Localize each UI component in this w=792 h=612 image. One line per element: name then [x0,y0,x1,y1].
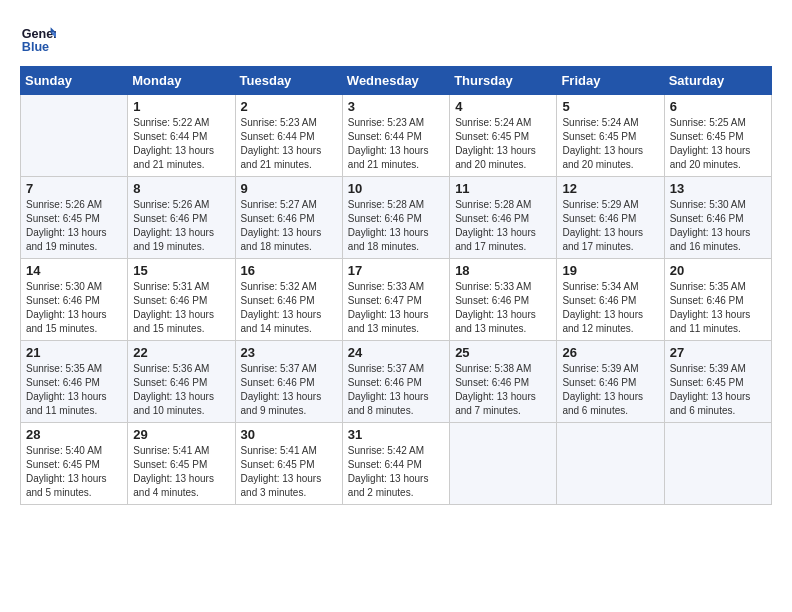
day-number: 25 [455,345,551,360]
day-info: Sunrise: 5:30 AM Sunset: 6:46 PM Dayligh… [670,198,766,254]
day-number: 4 [455,99,551,114]
day-number: 23 [241,345,337,360]
day-info: Sunrise: 5:33 AM Sunset: 6:47 PM Dayligh… [348,280,444,336]
day-number: 13 [670,181,766,196]
day-cell: 1Sunrise: 5:22 AM Sunset: 6:44 PM Daylig… [128,95,235,177]
day-cell: 8Sunrise: 5:26 AM Sunset: 6:46 PM Daylig… [128,177,235,259]
day-number: 29 [133,427,229,442]
day-info: Sunrise: 5:29 AM Sunset: 6:46 PM Dayligh… [562,198,658,254]
week-row-3: 14Sunrise: 5:30 AM Sunset: 6:46 PM Dayli… [21,259,772,341]
day-info: Sunrise: 5:37 AM Sunset: 6:46 PM Dayligh… [241,362,337,418]
day-cell: 14Sunrise: 5:30 AM Sunset: 6:46 PM Dayli… [21,259,128,341]
day-number: 30 [241,427,337,442]
day-info: Sunrise: 5:31 AM Sunset: 6:46 PM Dayligh… [133,280,229,336]
logo: General Blue [20,20,60,56]
day-number: 27 [670,345,766,360]
col-saturday: Saturday [664,67,771,95]
col-thursday: Thursday [450,67,557,95]
day-cell [450,423,557,505]
day-cell: 5Sunrise: 5:24 AM Sunset: 6:45 PM Daylig… [557,95,664,177]
day-cell: 9Sunrise: 5:27 AM Sunset: 6:46 PM Daylig… [235,177,342,259]
col-sunday: Sunday [21,67,128,95]
day-info: Sunrise: 5:22 AM Sunset: 6:44 PM Dayligh… [133,116,229,172]
week-row-2: 7Sunrise: 5:26 AM Sunset: 6:45 PM Daylig… [21,177,772,259]
day-info: Sunrise: 5:24 AM Sunset: 6:45 PM Dayligh… [562,116,658,172]
day-number: 5 [562,99,658,114]
day-number: 12 [562,181,658,196]
day-cell: 20Sunrise: 5:35 AM Sunset: 6:46 PM Dayli… [664,259,771,341]
day-number: 22 [133,345,229,360]
day-info: Sunrise: 5:26 AM Sunset: 6:46 PM Dayligh… [133,198,229,254]
day-info: Sunrise: 5:41 AM Sunset: 6:45 PM Dayligh… [241,444,337,500]
day-number: 20 [670,263,766,278]
day-number: 15 [133,263,229,278]
day-cell: 31Sunrise: 5:42 AM Sunset: 6:44 PM Dayli… [342,423,449,505]
week-row-4: 21Sunrise: 5:35 AM Sunset: 6:46 PM Dayli… [21,341,772,423]
day-number: 26 [562,345,658,360]
day-cell: 2Sunrise: 5:23 AM Sunset: 6:44 PM Daylig… [235,95,342,177]
day-number: 9 [241,181,337,196]
day-info: Sunrise: 5:24 AM Sunset: 6:45 PM Dayligh… [455,116,551,172]
calendar-header: SundayMondayTuesdayWednesdayThursdayFrid… [21,67,772,95]
day-cell: 7Sunrise: 5:26 AM Sunset: 6:45 PM Daylig… [21,177,128,259]
day-number: 31 [348,427,444,442]
day-number: 18 [455,263,551,278]
day-info: Sunrise: 5:37 AM Sunset: 6:46 PM Dayligh… [348,362,444,418]
day-info: Sunrise: 5:36 AM Sunset: 6:46 PM Dayligh… [133,362,229,418]
day-cell: 29Sunrise: 5:41 AM Sunset: 6:45 PM Dayli… [128,423,235,505]
day-cell: 28Sunrise: 5:40 AM Sunset: 6:45 PM Dayli… [21,423,128,505]
day-info: Sunrise: 5:39 AM Sunset: 6:46 PM Dayligh… [562,362,658,418]
day-cell: 23Sunrise: 5:37 AM Sunset: 6:46 PM Dayli… [235,341,342,423]
day-cell: 19Sunrise: 5:34 AM Sunset: 6:46 PM Dayli… [557,259,664,341]
day-cell: 6Sunrise: 5:25 AM Sunset: 6:45 PM Daylig… [664,95,771,177]
col-wednesday: Wednesday [342,67,449,95]
day-cell: 12Sunrise: 5:29 AM Sunset: 6:46 PM Dayli… [557,177,664,259]
day-info: Sunrise: 5:27 AM Sunset: 6:46 PM Dayligh… [241,198,337,254]
day-cell: 11Sunrise: 5:28 AM Sunset: 6:46 PM Dayli… [450,177,557,259]
day-cell [557,423,664,505]
day-number: 21 [26,345,122,360]
day-cell: 15Sunrise: 5:31 AM Sunset: 6:46 PM Dayli… [128,259,235,341]
day-number: 19 [562,263,658,278]
day-info: Sunrise: 5:28 AM Sunset: 6:46 PM Dayligh… [455,198,551,254]
day-cell [664,423,771,505]
header-row: SundayMondayTuesdayWednesdayThursdayFrid… [21,67,772,95]
day-info: Sunrise: 5:40 AM Sunset: 6:45 PM Dayligh… [26,444,122,500]
day-info: Sunrise: 5:30 AM Sunset: 6:46 PM Dayligh… [26,280,122,336]
day-cell: 10Sunrise: 5:28 AM Sunset: 6:46 PM Dayli… [342,177,449,259]
day-info: Sunrise: 5:23 AM Sunset: 6:44 PM Dayligh… [348,116,444,172]
week-row-5: 28Sunrise: 5:40 AM Sunset: 6:45 PM Dayli… [21,423,772,505]
day-info: Sunrise: 5:33 AM Sunset: 6:46 PM Dayligh… [455,280,551,336]
day-number: 14 [26,263,122,278]
day-number: 6 [670,99,766,114]
day-info: Sunrise: 5:35 AM Sunset: 6:46 PM Dayligh… [26,362,122,418]
day-number: 1 [133,99,229,114]
calendar-table: SundayMondayTuesdayWednesdayThursdayFrid… [20,66,772,505]
day-cell: 25Sunrise: 5:38 AM Sunset: 6:46 PM Dayli… [450,341,557,423]
day-number: 3 [348,99,444,114]
day-info: Sunrise: 5:28 AM Sunset: 6:46 PM Dayligh… [348,198,444,254]
day-info: Sunrise: 5:39 AM Sunset: 6:45 PM Dayligh… [670,362,766,418]
page-header: General Blue [20,20,772,56]
day-number: 2 [241,99,337,114]
svg-text:Blue: Blue [22,40,49,54]
day-cell: 3Sunrise: 5:23 AM Sunset: 6:44 PM Daylig… [342,95,449,177]
logo-icon: General Blue [20,20,56,56]
day-cell: 13Sunrise: 5:30 AM Sunset: 6:46 PM Dayli… [664,177,771,259]
day-number: 17 [348,263,444,278]
day-info: Sunrise: 5:34 AM Sunset: 6:46 PM Dayligh… [562,280,658,336]
day-number: 10 [348,181,444,196]
day-number: 7 [26,181,122,196]
day-info: Sunrise: 5:32 AM Sunset: 6:46 PM Dayligh… [241,280,337,336]
day-number: 16 [241,263,337,278]
day-info: Sunrise: 5:41 AM Sunset: 6:45 PM Dayligh… [133,444,229,500]
day-cell: 18Sunrise: 5:33 AM Sunset: 6:46 PM Dayli… [450,259,557,341]
day-cell: 17Sunrise: 5:33 AM Sunset: 6:47 PM Dayli… [342,259,449,341]
day-info: Sunrise: 5:38 AM Sunset: 6:46 PM Dayligh… [455,362,551,418]
day-cell: 16Sunrise: 5:32 AM Sunset: 6:46 PM Dayli… [235,259,342,341]
day-cell: 26Sunrise: 5:39 AM Sunset: 6:46 PM Dayli… [557,341,664,423]
day-cell: 27Sunrise: 5:39 AM Sunset: 6:45 PM Dayli… [664,341,771,423]
day-cell: 22Sunrise: 5:36 AM Sunset: 6:46 PM Dayli… [128,341,235,423]
day-cell: 4Sunrise: 5:24 AM Sunset: 6:45 PM Daylig… [450,95,557,177]
day-cell [21,95,128,177]
